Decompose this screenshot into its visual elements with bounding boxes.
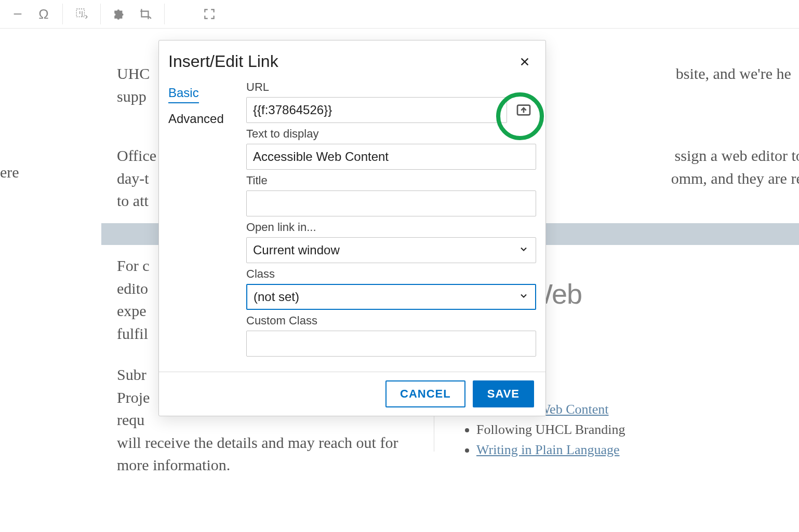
separator xyxy=(100,4,101,24)
custom-class-label: Custom Class xyxy=(246,314,536,328)
browse-icon xyxy=(515,102,532,118)
crop-icon[interactable] xyxy=(138,7,153,21)
tab-basic[interactable]: Basic xyxy=(168,84,199,103)
tab-advanced[interactable]: Advanced xyxy=(168,110,246,128)
omega-icon[interactable]: Ω xyxy=(36,7,51,21)
title-label: Title xyxy=(246,174,536,187)
open-label: Open link in... xyxy=(246,221,536,234)
separator xyxy=(164,4,165,24)
text-label: Text to display xyxy=(246,127,536,141)
close-button[interactable] xyxy=(517,54,532,69)
separator xyxy=(62,4,63,24)
fullscreen-icon[interactable] xyxy=(202,7,217,21)
list-item: Writing in Plain Language xyxy=(476,440,789,460)
dialog-tabs: Basic Advanced xyxy=(168,79,246,372)
title-input[interactable] xyxy=(246,190,536,216)
custom-class-input[interactable] xyxy=(246,331,536,357)
text-input[interactable] xyxy=(246,144,536,170)
dialog-title: Insert/Edit Link xyxy=(168,52,278,71)
dialog-header: Insert/Edit Link xyxy=(159,40,545,75)
svg-rect-1 xyxy=(76,9,84,17)
list-item: Following UHCL Branding xyxy=(476,419,789,440)
dialog-form: URL Text to display Title Open link in..… xyxy=(246,79,536,372)
link-plainlang[interactable]: Writing in Plain Language xyxy=(476,442,620,457)
dialog-body: Basic Advanced URL Text to display Title… xyxy=(159,75,545,372)
class-select[interactable]: (not set) xyxy=(246,284,536,310)
class-value: (not set) xyxy=(254,290,299,304)
editor-toolbar: Ω xyxy=(0,0,799,29)
bg-ere-text: ere xyxy=(0,161,19,184)
dialog-footer: CANCEL SAVE xyxy=(159,372,545,416)
close-icon xyxy=(519,56,530,67)
save-button[interactable]: SAVE xyxy=(473,380,534,407)
class-label: Class xyxy=(246,267,536,281)
puzzle-icon[interactable] xyxy=(112,7,127,21)
insert-link-dialog: Insert/Edit Link Basic Advanced URL Text… xyxy=(158,40,546,416)
cancel-button[interactable]: CANCEL xyxy=(385,380,465,407)
open-link-value: Current window xyxy=(253,243,340,257)
browse-files-button[interactable] xyxy=(511,98,536,122)
link-branding: Following UHCL Branding xyxy=(476,422,625,437)
minus-icon[interactable] xyxy=(10,7,25,21)
url-label: URL xyxy=(246,80,536,94)
url-input[interactable] xyxy=(246,97,507,123)
paragraph-direction-icon[interactable] xyxy=(74,7,89,21)
open-link-select[interactable]: Current window xyxy=(246,237,536,263)
